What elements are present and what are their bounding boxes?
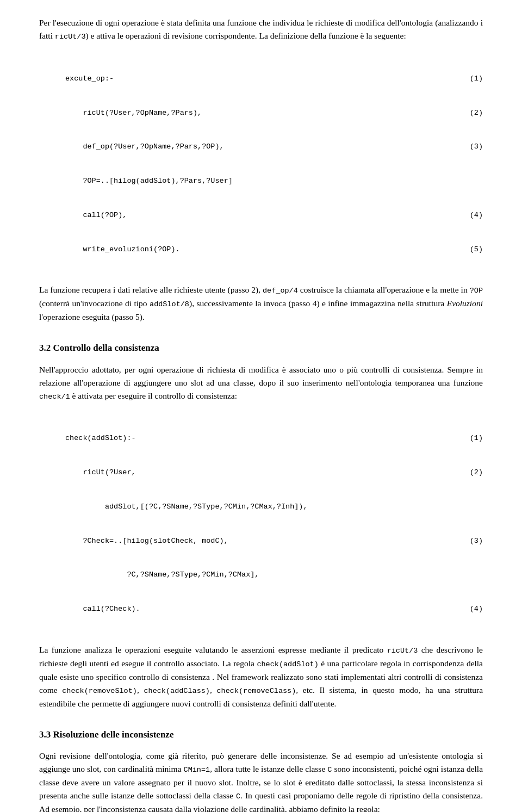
line-num-5: (4) — [470, 210, 483, 221]
check-line-num-6: (4) — [470, 604, 483, 615]
inline-code-defop4: def_op/4 — [263, 287, 298, 295]
section-3-2-p1: Nell'approccio adottato, per ogni operaz… — [39, 363, 483, 403]
check-code-line-1: check(addSlot):- (1) — [65, 433, 483, 444]
check-code-text-4: ?Check=..[hilog(slotCheck, modC), — [65, 536, 228, 547]
check-line-num-5 — [470, 569, 483, 581]
check-code-line-3: addSlot,[(?C,?SName,?SType,?CMin,?CMax,?… — [65, 501, 483, 513]
excute-op-code-block: excute_op:- (1) ricUt(?User,?OpName,?Par… — [65, 51, 483, 278]
inline-code-c-class: C — [327, 766, 332, 774]
check-line-num-3 — [470, 501, 483, 513]
section-3-2-p2: La funzione analizza le operazioni esegu… — [39, 643, 483, 710]
line-num-2: (2) — [470, 108, 483, 119]
code-line-2: ricUt(?User,?OpName,?Pars), (2) — [65, 108, 483, 119]
code-line-5: call(?OP), (4) — [65, 210, 483, 221]
check-code-line-4: ?Check=..[hilog(slotCheck, modC), (3) — [65, 536, 483, 547]
intro-paragraph: Per l'esecuzione di ogni operazione è st… — [39, 16, 483, 43]
inline-code-checkaddslot: check(addSlot) — [257, 660, 318, 668]
code-line-1: excute_op:- (1) — [65, 73, 483, 85]
check-code-text-1: check(addSlot):- — [65, 433, 136, 444]
inline-code-checkaddclass: check(addClass) — [144, 687, 210, 695]
check-line-num-2: (2) — [470, 467, 483, 479]
section-3-2: 3.2 Controllo della consistenza Nell'app… — [39, 341, 483, 710]
code-line-6: write_evoluzioni(?OP). (5) — [65, 244, 483, 256]
code-text-1: excute_op:- — [65, 73, 114, 85]
inline-code-op: ?OP — [470, 287, 483, 295]
inline-code-ricut3-2: ricUt/3 — [387, 647, 418, 655]
code-text-2: ricUt(?User,?OpName,?Pars), — [65, 108, 202, 119]
check-code-text-5: ?C,?SName,?SType,?CMin,?CMax], — [65, 569, 259, 581]
check-code-line-2: ricUt(?User, (2) — [65, 467, 483, 479]
section-3-3-heading: 3.3 Risoluzione delle inconsistenze — [39, 728, 483, 742]
code-line-4: ?OP=..[hilog(addSlot),?Pars,?User] — [65, 176, 483, 187]
check-code-text-3: addSlot,[(?C,?SName,?SType,?CMin,?CMax,?… — [65, 501, 308, 513]
after-code-paragraph: La funzione recupera i dati relative all… — [39, 283, 483, 324]
line-num-6: (5) — [470, 244, 483, 256]
check-code-text-6: call(?Check). — [65, 604, 140, 615]
check-code-text-2: ricUt(?User, — [65, 467, 136, 479]
line-num-4 — [470, 176, 483, 187]
check-code-line-6: call(?Check). (4) — [65, 604, 483, 615]
section-3-3: 3.3 Risoluzione delle inconsistenze Ogni… — [39, 728, 483, 812]
inline-code-cmin1: CMin=1 — [184, 766, 210, 774]
check-code-line-5: ?C,?SName,?SType,?CMin,?CMax], — [65, 569, 483, 581]
code-text-4: ?OP=..[hilog(addSlot),?Pars,?User] — [65, 176, 233, 187]
check-line-num-1: (1) — [470, 433, 483, 444]
inline-code-checkremoveclass: check(removeClass) — [217, 687, 296, 695]
code-text-6: write_evoluzioni(?OP). — [65, 244, 180, 256]
check-line-num-4: (3) — [470, 536, 483, 547]
check-addslot-code-block: check(addSlot):- (1) ricUt(?User, (2) ad… — [65, 411, 483, 638]
code-text-3: def_op(?User,?OpName,?Pars,?OP), — [65, 141, 224, 153]
inline-code-check1: check/1 — [39, 393, 70, 401]
section-3-2-heading: 3.2 Controllo della consistenza — [39, 341, 483, 355]
line-num-3: (3) — [470, 141, 483, 153]
inline-code-ricut3: ricUt/3 — [55, 33, 86, 41]
line-num-1: (1) — [470, 73, 483, 85]
code-text-5: call(?OP), — [65, 210, 127, 221]
section-3-3-p1: Ogni revisione dell'ontologia, come già … — [39, 749, 483, 812]
inline-code-addslot8: addSlot/8 — [150, 300, 189, 308]
inline-code-c-class-2: C — [236, 792, 240, 801]
page-content: Per l'esecuzione di ogni operazione è st… — [39, 16, 483, 812]
italic-evoluzioni: Evoluzioni — [447, 299, 483, 308]
inline-code-checkremoveslot: check(removeSlot) — [62, 687, 137, 695]
code-line-3: def_op(?User,?OpName,?Pars,?OP), (3) — [65, 141, 483, 153]
